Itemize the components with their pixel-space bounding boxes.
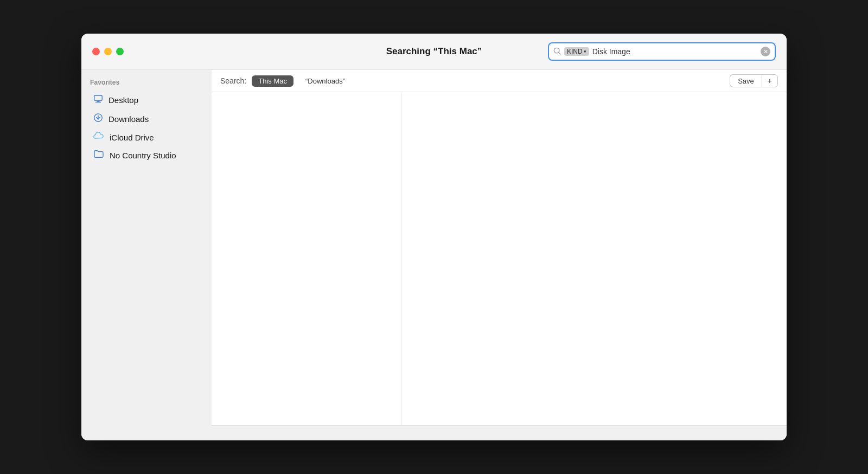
results-area [212,92,787,425]
kind-chevron: ▾ [584,49,586,54]
svg-rect-2 [94,95,102,101]
main-area: Favorites Desktop [81,70,787,440]
search-box[interactable]: KIND ▾ Disk Image ✕ [548,42,776,61]
svg-line-7 [95,138,102,138]
scope-actions: Save + [730,74,778,87]
favorites-label: Favorites [81,79,212,91]
maximize-button[interactable] [116,48,124,55]
finder-window: Searching “This Mac” KIND ▾ Disk Image ✕ [81,34,787,440]
save-button[interactable]: Save [730,74,762,87]
minimize-button[interactable] [104,48,112,55]
close-button[interactable] [92,48,100,55]
scope-label: Search: [220,76,246,85]
sidebar-item-label: No Country Studio [110,151,176,160]
content-area: Search: This Mac “Downloads” Save + [212,70,787,440]
titlebar: Searching “This Mac” KIND ▾ Disk Image ✕ [81,34,787,70]
sidebar-item-label: iCloud Drive [110,133,154,142]
search-query: Disk Image [592,47,757,56]
sidebar: Favorites Desktop [81,70,212,440]
add-scope-button[interactable]: + [762,74,778,87]
downloads-icon [93,113,103,125]
icloud-icon [93,132,104,143]
sidebar-item-icloud-drive[interactable]: iCloud Drive [85,129,208,146]
search-icon [553,47,561,56]
search-bar-container: KIND ▾ Disk Image ✕ [548,42,776,61]
sidebar-item-desktop[interactable]: Desktop [85,91,208,110]
sidebar-item-label: Downloads [108,114,149,124]
window-title: Searching “This Mac” [386,46,482,57]
search-clear-button[interactable]: ✕ [761,47,770,56]
scope-this-mac-button[interactable]: This Mac [252,75,293,87]
sidebar-item-label: Desktop [108,95,138,105]
sidebar-item-downloads[interactable]: Downloads [85,110,208,129]
traffic-lights [92,48,124,55]
status-bar [212,425,787,440]
svg-line-1 [559,52,561,54]
results-detail [401,92,787,425]
sidebar-item-no-country-studio[interactable]: No Country Studio [85,146,208,164]
desktop-icon [93,94,103,106]
kind-label: KIND [567,48,583,55]
search-scope-bar: Search: This Mac “Downloads” Save + [212,70,787,92]
results-list [212,92,401,425]
kind-filter-badge[interactable]: KIND ▾ [564,47,589,56]
scope-downloads-button[interactable]: “Downloads” [299,75,352,87]
folder-icon [93,150,104,161]
